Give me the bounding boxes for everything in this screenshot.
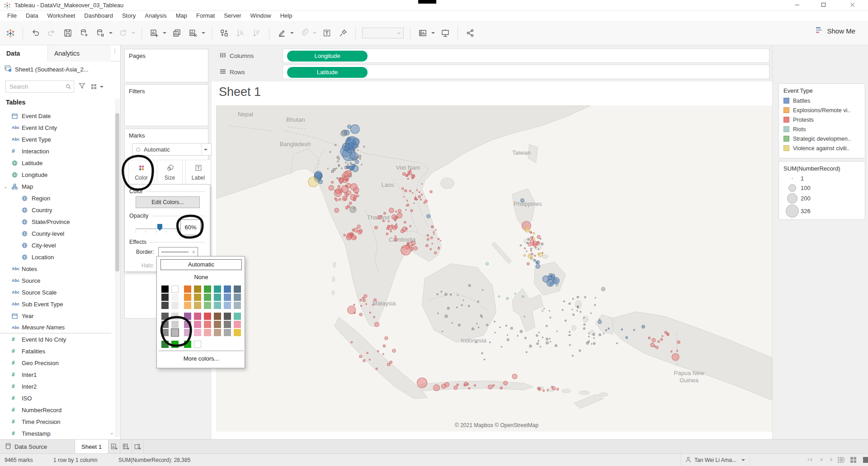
minimize-button[interactable] [789,1,805,10]
color-swatch-12a612[interactable] [171,341,179,348]
size-legend-item-200[interactable]: 200 [779,193,865,204]
menu-data[interactable]: Data [21,11,42,21]
color-swatch-e6c440[interactable] [234,329,241,336]
color-swatch-41a340[interactable] [204,285,211,293]
clear-sheet-caret-icon[interactable] [202,32,205,34]
legend-item-battles[interactable]: Battles [779,96,865,105]
field-county-level[interactable]: County-level [0,228,111,239]
data-source-tab[interactable]: Data Source [0,440,75,453]
field-iso[interactable]: #ISO [0,392,111,404]
color-swatch-bb9c31[interactable] [194,294,201,301]
fit-selector[interactable] [362,28,404,38]
new-dashboard-tab-icon[interactable] [120,440,132,453]
expander-icon[interactable]: ⌄ [4,184,7,189]
field-numberrecord[interactable]: #NumberRecord [0,404,111,416]
field-location[interactable]: Location [0,251,111,263]
palette-none-option[interactable]: None [160,274,242,283]
rows-pill-latitude[interactable]: Latitude [287,67,368,78]
field-event-id-no-cnty[interactable]: #Event Id No Cnty [0,333,111,345]
color-swatch-eaeaea[interactable] [171,302,179,309]
legend-item-riots[interactable]: Riots [779,124,865,134]
color-swatch-55707e[interactable] [234,285,241,293]
field-interaction[interactable]: #Interaction [0,145,111,157]
color-swatch-444444[interactable] [161,302,169,309]
filter-fields-icon[interactable] [79,83,85,91]
label-button[interactable]: Label [185,160,211,185]
legend-item-strategic-developmen-[interactable]: Strategic developmen.. [779,134,865,143]
color-swatch-a9a9a9[interactable] [224,329,231,336]
clear-sheet-icon[interactable] [187,27,199,39]
new-worksheet-caret-icon[interactable] [163,32,166,34]
field-longitude[interactable]: Longitude [0,169,111,181]
pause-updates-caret-icon[interactable] [109,32,113,34]
color-swatch-e8762d[interactable] [184,285,191,293]
menu-story[interactable]: Story [118,11,140,21]
pages-card[interactable]: Pages [124,49,208,82]
close-button[interactable] [844,1,860,10]
field-list-scrollbar[interactable] [115,99,120,437]
menu-help[interactable]: Help [276,11,297,21]
color-swatch-2a2a2a[interactable] [161,294,169,301]
share-icon[interactable] [464,27,476,39]
tableau-home-icon[interactable] [5,27,16,39]
scroll-down-icon[interactable]: ⌄ [110,430,114,436]
color-swatch-f6b566[interactable] [184,302,191,309]
color-swatch-898989[interactable] [161,329,169,336]
field-notes[interactable]: AbcNotes [0,263,111,275]
field-inter1[interactable]: #Inter1 [0,369,111,380]
color-swatch-7e7e7e[interactable] [224,321,231,328]
menu-format[interactable]: Format [192,11,219,21]
color-swatch-9dbade[interactable] [224,302,231,309]
field-year[interactable]: Year [0,310,111,322]
color-swatch-dddddd[interactable] [171,313,179,320]
view-options-icon[interactable] [91,84,104,90]
field-map[interactable]: ⌄Map [0,181,111,192]
legend-item-protests[interactable]: Protests [779,115,865,124]
color-swatch-d4608a[interactable] [194,313,201,320]
color-swatch-9d5fa0[interactable] [184,313,191,320]
color-swatch-9d7b5e[interactable] [214,321,221,328]
field-time-precision[interactable]: #Time Precision [0,416,111,428]
border-dropdown[interactable]: ˅ [158,247,198,257]
new-worksheet-icon[interactable] [148,27,160,39]
menu-window[interactable]: Window [245,11,275,21]
field-state-province[interactable]: State/Province [0,216,111,228]
color-swatch-2e9e92[interactable] [214,285,221,293]
new-story-tab-icon[interactable] [132,440,144,453]
color-swatch-5b5b5b[interactable] [161,313,169,320]
columns-pill-longitude[interactable]: Longitude [287,51,368,62]
field-source-scale[interactable]: AbcSource Scale [0,286,111,298]
field-measure-names[interactable]: AbcMeasure Names [0,322,111,333]
opacity-value-box[interactable]: 60% [180,219,201,235]
field-sub-event-type[interactable]: AbcSub Event Type [0,298,111,310]
presentation-mode-icon[interactable] [439,27,451,39]
next-page-icon[interactable] [829,456,835,464]
color-swatch-12a612[interactable] [184,341,191,348]
size-button[interactable]: Size [157,160,183,185]
legend-item-explosions-remote-vi-[interactable]: Explosions/Remote vi.. [779,105,865,115]
menu-worksheet[interactable]: Worksheet [42,11,80,21]
color-swatch-f19cab[interactable] [234,321,241,328]
field-event-type[interactable]: AbcEvent Type [0,133,111,145]
size-legend-item-326[interactable]: 326 [779,204,865,218]
grid-view-icon[interactable] [837,456,844,465]
field-fatalities[interactable]: #Fatalities [0,345,111,357]
save-icon[interactable] [62,27,74,39]
sheet-tab-sheet1[interactable]: Sheet 1 [75,440,108,453]
tab-data[interactable]: Data [0,45,47,62]
color-swatch-f3b3cd[interactable] [194,329,201,336]
show-hide-cards-icon[interactable] [417,27,429,39]
first-page-icon[interactable] [807,456,813,464]
menu-file[interactable]: File [3,11,21,21]
color-swatch-e97e7e[interactable] [204,321,211,328]
undo-icon[interactable] [29,27,41,39]
pause-auto-updates-icon[interactable] [94,27,106,39]
color-swatch-e584a9[interactable] [194,321,201,328]
color-swatch-cfcfcf[interactable] [171,321,179,328]
edit-colors-button[interactable]: Edit Colors... [136,196,200,208]
columns-shelf[interactable]: Longitude [283,48,769,63]
color-swatch-845c42[interactable] [214,313,221,320]
highlight-icon[interactable] [276,27,288,39]
scrollbar-thumb[interactable] [115,113,119,271]
color-swatch-b7b7b7[interactable] [171,329,179,336]
